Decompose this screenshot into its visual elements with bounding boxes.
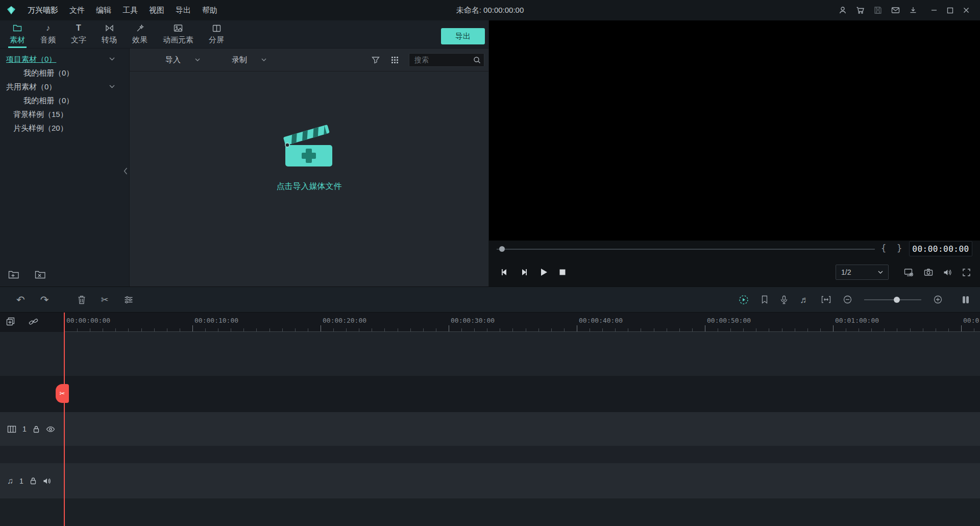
sidebar-item-my-album-2[interactable]: 我的相册（0） (0, 94, 129, 108)
fullscreen-button[interactable] (962, 268, 971, 277)
chevron-down-icon[interactable] (109, 57, 115, 61)
seek-bar-handle[interactable] (499, 246, 505, 252)
video-track-lane[interactable] (0, 412, 980, 446)
mark-out-button[interactable]: } (897, 243, 902, 253)
sidebar-item-background-samples[interactable]: 背景样例（15） (0, 108, 129, 122)
menu-item-export[interactable]: 导出 (176, 6, 191, 15)
audio-mixer-button[interactable]: ♬ (800, 295, 809, 305)
undo-button[interactable]: ↶ (16, 295, 25, 305)
menu-bar: 万兴喵影 文件 编辑 工具 视图 导出 帮助 未命名: 00:00:00:00 (0, 0, 980, 20)
tab-audio[interactable]: ♪ 音频 (33, 20, 63, 48)
redo-button[interactable]: ↷ (40, 295, 49, 305)
track-manager-button[interactable] (962, 295, 970, 304)
chevron-down-icon[interactable] (195, 58, 200, 61)
zoom-in-button[interactable] (934, 295, 942, 304)
split-scissors-button[interactable]: ✂ (101, 295, 109, 305)
sidebar-item-label: 片头样例（20） (13, 124, 68, 133)
chevron-down-icon[interactable] (261, 58, 266, 61)
delete-button[interactable] (78, 295, 86, 304)
play-button[interactable] (539, 268, 548, 277)
store-cart-icon[interactable] (856, 6, 865, 14)
menu-item-tools[interactable]: 工具 (122, 6, 138, 15)
minimize-button[interactable] (930, 7, 938, 14)
fit-timeline-button[interactable] (821, 296, 831, 303)
lock-icon[interactable] (33, 425, 40, 433)
mark-in-button[interactable]: { (881, 243, 886, 253)
adjust-properties-button[interactable] (124, 296, 133, 304)
add-media-to-track-button[interactable] (6, 317, 16, 326)
timeline-ruler[interactable]: 00:00:00:00 00:00:10:00 00:00:20:00 00:0… (0, 313, 980, 332)
save-icon[interactable] (874, 6, 882, 14)
stop-button[interactable] (559, 269, 566, 276)
playhead-line (64, 313, 65, 526)
snapshot-camera-button[interactable] (924, 268, 933, 276)
search-icon[interactable] (473, 56, 481, 64)
sidebar-item-shared-assets[interactable]: 共用素材（0） (0, 80, 129, 94)
chevron-down-icon[interactable] (109, 85, 115, 88)
next-frame-button[interactable] (520, 268, 528, 276)
media-toolbar: 导入 录制 (130, 49, 488, 71)
tab-effects[interactable]: 效果 (125, 20, 155, 48)
delete-folder-button[interactable] (35, 270, 46, 279)
new-folder-button[interactable] (8, 270, 19, 279)
import-button[interactable]: 导入 (165, 55, 200, 65)
lock-icon[interactable] (30, 477, 37, 485)
feedback-mail-icon[interactable] (891, 7, 900, 14)
sidebar-item-label: 背景样例（15） (13, 110, 68, 119)
timeline-zoom-slider[interactable] (864, 296, 921, 303)
seek-bar-track[interactable] (497, 249, 875, 250)
search-box (409, 53, 484, 67)
project-title: 未命名: 00:00:00:00 (456, 0, 524, 20)
tab-media[interactable]: 素材 (2, 20, 33, 48)
sidebar-item-my-album-1[interactable]: 我的相册（0） (0, 66, 129, 80)
eye-icon[interactable] (46, 426, 55, 433)
text-tool-icon: T (76, 23, 81, 33)
voiceover-mic-button[interactable] (780, 295, 788, 304)
ruler-label: 00:00:00:00 (66, 317, 110, 324)
zoom-slider-knob[interactable] (894, 297, 900, 303)
display-settings-button[interactable] (904, 268, 914, 277)
timecode-display: 00:00:00:00 (909, 241, 972, 256)
ruler-label: 00:00:50:00 (707, 317, 751, 324)
preview-zoom-select[interactable]: 1/2 (836, 265, 889, 280)
tab-transition[interactable]: 转场 (94, 20, 125, 48)
sidebar-item-intro-samples[interactable]: 片头样例（20） (0, 122, 129, 135)
export-button[interactable]: 导出 (441, 28, 485, 44)
download-resources-icon[interactable] (909, 6, 917, 14)
record-button[interactable]: 录制 (232, 55, 266, 65)
grid-view-button[interactable] (391, 56, 399, 64)
tab-elements[interactable]: 动画元素 (155, 20, 201, 48)
edit-toolbar: ↶ ↷ ✂ ♬ (0, 286, 980, 313)
marker-button[interactable] (761, 295, 768, 304)
render-preview-button[interactable] (739, 295, 749, 305)
timeline-empty-band (0, 376, 980, 412)
menu-item-help[interactable]: 帮助 (202, 6, 217, 15)
auto-ripple-link-button[interactable] (29, 317, 38, 326)
playhead-split-handle[interactable]: ✂ (56, 384, 69, 403)
empty-state-text: 点击导入媒体文件 (277, 181, 342, 192)
zoom-slider-track[interactable] (864, 299, 921, 300)
menu-item-file[interactable]: 文件 (69, 6, 85, 15)
filter-button[interactable] (372, 56, 380, 64)
import-media-dropzone[interactable]: 点击导入媒体文件 (130, 120, 488, 192)
timeline-empty-band (0, 446, 980, 463)
scissors-icon: ✂ (60, 390, 65, 397)
elements-icon (174, 23, 183, 33)
audio-track-lane[interactable] (0, 463, 980, 498)
library-sidebar: 项目素材（0） 我的相册（0） 共用素材（0） 我的相册（0） 背景样例（15）… (0, 49, 129, 286)
speaker-icon[interactable] (43, 477, 51, 485)
account-icon[interactable] (839, 6, 847, 14)
maximize-button[interactable] (947, 7, 953, 14)
sidebar-item-label: 项目素材（0） (6, 55, 56, 64)
tab-text[interactable]: T 文字 (63, 20, 94, 48)
tab-splitscreen[interactable]: 分屏 (201, 20, 232, 48)
menu-item-view[interactable]: 视图 (149, 6, 164, 15)
sidebar-item-label: 我的相册（0） (23, 68, 74, 78)
zoom-out-button[interactable] (843, 295, 852, 304)
collapse-panel-handle[interactable] (124, 168, 128, 175)
menu-item-edit[interactable]: 编辑 (96, 6, 111, 15)
sidebar-item-project-assets[interactable]: 项目素材（0） (0, 53, 129, 66)
speaker-volume-button[interactable] (943, 269, 952, 276)
previous-frame-button[interactable] (500, 268, 509, 276)
close-button[interactable] (963, 7, 970, 14)
